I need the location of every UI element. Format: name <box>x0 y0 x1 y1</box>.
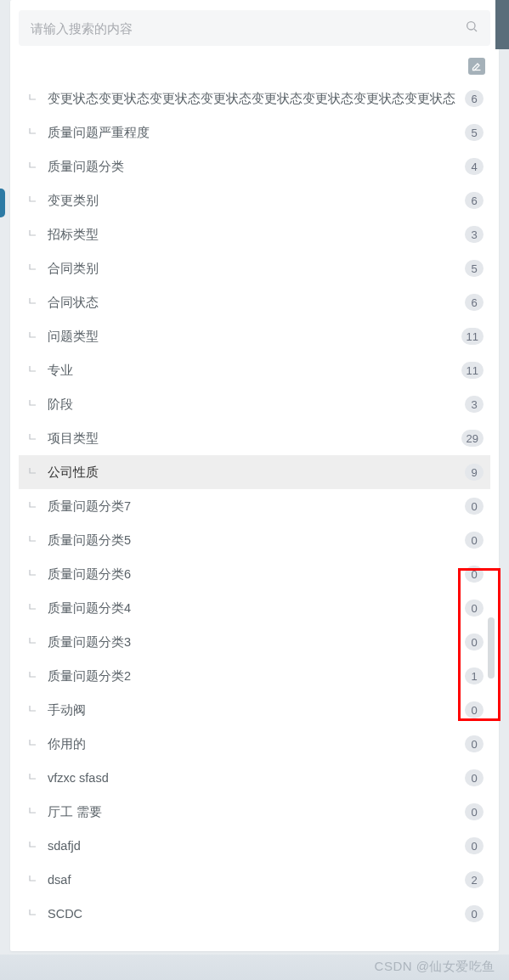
tree-connector-icon <box>25 365 41 375</box>
tree-item-label: 你用的 <box>48 736 460 752</box>
count-badge: 3 <box>465 396 484 413</box>
toolbar <box>19 58 490 75</box>
tree-item[interactable]: 质量问题分类21 <box>19 659 490 693</box>
tree-item-label: 质量问题分类6 <box>48 566 460 583</box>
tree-connector-icon <box>25 569 41 579</box>
tree-item-label: dsaf <box>48 873 460 887</box>
count-badge: 1 <box>465 667 484 684</box>
search-input[interactable] <box>31 21 465 36</box>
tree-item[interactable]: 变更状态变更状态变更状态变更状态变更状态变更状态变更状态变更状态6 <box>19 82 490 115</box>
tree-connector-icon <box>25 263 41 273</box>
tree-item[interactable]: 厅工 需要0 <box>19 795 490 829</box>
count-badge: 2 <box>465 871 484 888</box>
tree-connector-icon <box>25 501 41 511</box>
tree-connector-icon <box>25 297 41 307</box>
tree-connector-icon <box>25 467 41 477</box>
tree-item-label: 质量问题分类3 <box>48 634 460 651</box>
tree-item[interactable]: 问题类型11 <box>19 319 490 353</box>
tree-item-label: 质量问题分类 <box>48 159 460 175</box>
tree-connector-icon <box>25 671 41 681</box>
tree-item-label: 公司性质 <box>48 465 460 481</box>
tree-item[interactable]: 阶段3 <box>19 387 490 421</box>
tree-item[interactable]: 公司性质9 <box>19 455 490 489</box>
search-container <box>19 10 490 46</box>
tree-connector-icon <box>25 739 41 749</box>
tree-item-label: 招标类型 <box>48 227 460 243</box>
edit-button[interactable] <box>468 58 485 75</box>
count-badge: 0 <box>465 769 484 786</box>
tree-item[interactable]: 质量问题分类50 <box>19 523 490 557</box>
count-badge: 0 <box>465 803 484 820</box>
tree-connector-icon <box>25 841 41 851</box>
count-badge: 0 <box>465 634 484 651</box>
left-side-tab[interactable] <box>0 189 5 217</box>
tree-item[interactable]: 你用的0 <box>19 727 490 761</box>
tree-item[interactable]: 质量问题分类60 <box>19 557 490 591</box>
tree-connector-icon <box>25 195 41 206</box>
tree-item-label: 厅工 需要 <box>48 804 460 820</box>
tree-item[interactable]: dsaf2 <box>19 863 490 897</box>
tree-item[interactable]: 质量问题分类30 <box>19 625 490 659</box>
tree-item-label: 问题类型 <box>48 329 456 345</box>
tree-item[interactable]: SCDC0 <box>19 897 490 931</box>
count-badge: 0 <box>465 837 484 854</box>
tree-item[interactable]: 质量问题分类70 <box>19 489 490 523</box>
count-badge: 11 <box>461 362 484 379</box>
tree-item[interactable]: 质量问题严重程度5 <box>19 115 490 149</box>
tree-item[interactable]: vfzxc sfasd0 <box>19 761 490 795</box>
scrollbar-thumb[interactable] <box>488 617 495 679</box>
tree-connector-icon <box>25 331 41 341</box>
tree-item[interactable]: 质量问题分类4 <box>19 149 490 183</box>
tree-connector-icon <box>25 229 41 239</box>
tree-item-label: 质量问题分类5 <box>48 532 460 549</box>
tree-connector-icon <box>25 705 41 715</box>
count-badge: 5 <box>465 260 484 277</box>
tree-item[interactable]: 专业11 <box>19 353 490 387</box>
count-badge: 3 <box>465 226 484 243</box>
count-badge: 9 <box>465 464 484 481</box>
tree-connector-icon <box>25 93 41 104</box>
tree-item[interactable]: 合同状态6 <box>19 285 490 319</box>
tree-item-label: 质量问题分类2 <box>48 668 460 684</box>
tree-item-label: 合同状态 <box>48 295 460 311</box>
tree-item-label: SCDC <box>48 907 460 921</box>
tree-connector-icon <box>25 535 41 545</box>
count-badge: 0 <box>465 600 484 617</box>
svg-point-0 <box>467 22 475 30</box>
tree-connector-icon <box>25 603 41 613</box>
count-badge: 5 <box>465 124 484 141</box>
tree-item[interactable]: 项目类型29 <box>19 421 490 455</box>
count-badge: 6 <box>465 294 484 311</box>
tree-item-label: vfzxc sfasd <box>48 771 460 785</box>
tree-item-label: 阶段 <box>48 397 460 413</box>
tree-item[interactable]: 变更类别6 <box>19 183 490 217</box>
tree-item-label: 质量问题严重程度 <box>48 125 460 141</box>
tree-item-label: 变更类别 <box>48 193 460 209</box>
tree-connector-icon <box>25 399 41 409</box>
tree-item-label: 专业 <box>48 363 456 379</box>
count-badge: 0 <box>465 566 484 583</box>
svg-line-1 <box>474 29 477 31</box>
count-badge: 6 <box>465 90 484 107</box>
tree-panel: 变更状态变更状态变更状态变更状态变更状态变更状态变更状态变更状态6质量问题严重程… <box>10 0 499 951</box>
bottom-strip <box>0 955 509 980</box>
tree-item[interactable]: 质量问题分类40 <box>19 591 490 625</box>
tree-connector-icon <box>25 807 41 817</box>
tree-item-label: sdafjd <box>48 839 460 853</box>
right-edge-block <box>495 0 509 49</box>
count-badge: 6 <box>465 192 484 209</box>
tree-connector-icon <box>25 637 41 647</box>
tree-item-label: 项目类型 <box>48 431 456 447</box>
tree-item-label: 变更状态变更状态变更状态变更状态变更状态变更状态变更状态变更状态 <box>48 91 460 107</box>
tree-item[interactable]: 招标类型3 <box>19 217 490 251</box>
tree-item-label: 手动阀 <box>48 702 460 718</box>
tree-item[interactable]: 合同类别5 <box>19 251 490 285</box>
tree-item[interactable]: sdafjd0 <box>19 829 490 863</box>
search-icon[interactable] <box>465 20 478 37</box>
tree-item[interactable]: 手动阀0 <box>19 693 490 727</box>
count-badge: 0 <box>465 905 484 922</box>
tree-connector-icon <box>25 433 41 443</box>
tree-connector-icon <box>25 127 41 138</box>
tree-item-label: 合同类别 <box>48 261 460 277</box>
tree-connector-icon <box>25 909 41 919</box>
